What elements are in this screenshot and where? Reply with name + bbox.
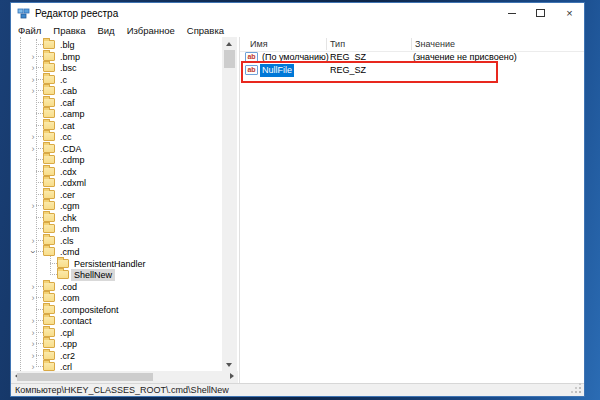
tree-item-label[interactable]: .cgm (57, 200, 83, 212)
tree-item-label[interactable]: .cpl (57, 327, 77, 339)
folder-icon (57, 259, 69, 268)
column-header-value[interactable]: Значение (415, 37, 455, 51)
maximize-button[interactable] (526, 3, 555, 23)
folder-icon (43, 328, 55, 337)
tree-item-label[interactable]: .bmp (57, 51, 83, 63)
menu-item-help[interactable]: Справка (181, 25, 230, 36)
chevron-collapsed-icon[interactable]: › (29, 131, 37, 143)
column-header-name[interactable]: Имя (250, 37, 268, 51)
tree-connector-line (36, 44, 43, 45)
tree-item-persistenthandler[interactable]: PersistentHandler (11, 258, 238, 270)
column-separator[interactable] (411, 38, 412, 50)
value-type: REG_SZ (330, 51, 366, 64)
scroll-right-arrow-icon[interactable] (230, 373, 234, 379)
folder-icon (43, 109, 55, 118)
value-row-nullfile[interactable]: abNullFileREG_SZ (240, 64, 584, 77)
folder-icon (43, 52, 55, 61)
chevron-collapsed-icon[interactable]: › (29, 338, 37, 350)
tree-connector-line (36, 56, 43, 57)
chevron-collapsed-icon[interactable]: › (29, 143, 37, 155)
chevron-collapsed-icon[interactable]: › (29, 315, 37, 327)
menu-item-edit[interactable]: Правка (47, 25, 91, 36)
tree-item-label[interactable]: ShellNew (71, 269, 115, 281)
chevron-collapsed-icon[interactable]: › (29, 281, 37, 293)
chevron-collapsed-icon[interactable]: › (29, 85, 37, 97)
tree-item-label[interactable]: .cer (57, 189, 78, 201)
menu-item-favorites[interactable]: Избранное (121, 25, 181, 36)
tree-item-label[interactable]: .cdmp (57, 154, 88, 166)
tree-item-label[interactable]: .camp (57, 108, 88, 120)
tree-item-crl[interactable]: ›.crl (11, 361, 238, 371)
chevron-collapsed-icon[interactable]: › (29, 327, 37, 339)
folder-icon (43, 282, 55, 291)
window-controls: × (497, 3, 584, 23)
values-pane[interactable]: Имя Тип Значение ab(По умолчанию)REG_SZ(… (240, 37, 584, 383)
folder-icon (43, 178, 55, 187)
tree-item-label[interactable]: .crl (57, 361, 75, 371)
tree-item-label[interactable]: .compositefont (57, 304, 122, 316)
column-header-type[interactable]: Тип (330, 37, 345, 51)
tree-item-cmd[interactable]: ›.cmd (11, 246, 238, 258)
tree-item-label[interactable]: .chk (57, 212, 80, 224)
maximize-icon (536, 9, 545, 17)
menu-item-view[interactable]: Вид (91, 25, 120, 36)
tree-pane[interactable]: .blg›.bmp›.bsc›.c›.cab.caf.camp.cat›.cc›… (11, 37, 238, 371)
minimize-icon (508, 13, 516, 14)
chevron-collapsed-icon[interactable]: › (29, 200, 37, 212)
registry-editor-window: Редактор реестра × ФайлПравкаВидИзбранно… (10, 2, 585, 397)
chevron-collapsed-icon[interactable]: › (29, 292, 37, 304)
resize-grip[interactable] (579, 391, 581, 393)
tree-item-label[interactable]: .cls (57, 235, 77, 247)
tree-item-label[interactable]: .cdx (57, 166, 80, 178)
close-button[interactable]: × (555, 3, 584, 23)
tree-horizontal-scrollbar[interactable] (11, 371, 238, 383)
registry-icon (17, 7, 30, 20)
tree-item-label[interactable]: .chm (57, 223, 83, 235)
tree-item-label[interactable]: .cat (57, 120, 78, 132)
tree-connector-line (36, 171, 43, 172)
value-row--по-умолчанию-[interactable]: ab(По умолчанию)REG_SZ(значение не присв… (240, 51, 584, 64)
folder-icon (43, 247, 55, 256)
folder-icon (43, 75, 55, 84)
tree-item-label[interactable]: .contact (57, 315, 95, 327)
tree-connector-line (36, 240, 43, 241)
chevron-expanded-icon[interactable]: › (27, 248, 39, 256)
tree-item-label[interactable]: .cc (57, 131, 75, 143)
vertical-scrollbar-thumb[interactable] (224, 50, 235, 68)
tree-connector-line (36, 343, 43, 344)
chevron-collapsed-icon[interactable]: › (29, 350, 37, 362)
window-title: Редактор реестра (35, 8, 118, 19)
chevron-collapsed-icon[interactable]: › (29, 235, 37, 247)
chevron-collapsed-icon[interactable]: › (29, 74, 37, 86)
tree-item-label[interactable]: .bsc (57, 62, 80, 74)
scroll-up-arrow-icon[interactable] (226, 42, 232, 46)
tree-connector-line (36, 136, 43, 137)
scroll-down-arrow-icon[interactable] (226, 363, 232, 367)
horizontal-scrollbar-thumb[interactable] (17, 373, 153, 381)
tree-item-label[interactable]: .CDA (57, 143, 85, 155)
column-separator[interactable] (326, 38, 327, 50)
tree-item-label[interactable]: PersistentHandler (71, 258, 149, 270)
chevron-collapsed-icon[interactable]: › (29, 62, 37, 74)
tree-item-label[interactable]: .com (57, 292, 83, 304)
tree-connector-line (36, 205, 43, 206)
menu-item-file[interactable]: Файл (11, 25, 47, 36)
folder-icon (43, 224, 55, 233)
tree-item-label[interactable]: .cdxml (57, 177, 89, 189)
tree-item-label[interactable]: .caf (57, 97, 78, 109)
value-name[interactable]: (По умолчанию) (260, 51, 331, 64)
tree-item-label[interactable]: .cab (57, 85, 80, 97)
tree-item-label[interactable]: .c (57, 74, 70, 86)
tree-connector-line (36, 102, 43, 103)
tree-vertical-scrollbar[interactable] (222, 37, 237, 371)
minimize-button[interactable] (497, 3, 526, 23)
chevron-collapsed-icon[interactable]: › (29, 361, 37, 371)
chevron-collapsed-icon[interactable]: › (29, 51, 37, 63)
folder-icon (43, 167, 55, 176)
folder-icon (43, 86, 55, 95)
value-name[interactable]: NullFile (260, 64, 294, 77)
tree-item-label[interactable]: .cod (57, 281, 80, 293)
tree-item-label[interactable]: .blg (57, 39, 78, 51)
tree-item-label[interactable]: .cr2 (57, 350, 78, 362)
tree-item-label[interactable]: .cpp (57, 338, 80, 350)
